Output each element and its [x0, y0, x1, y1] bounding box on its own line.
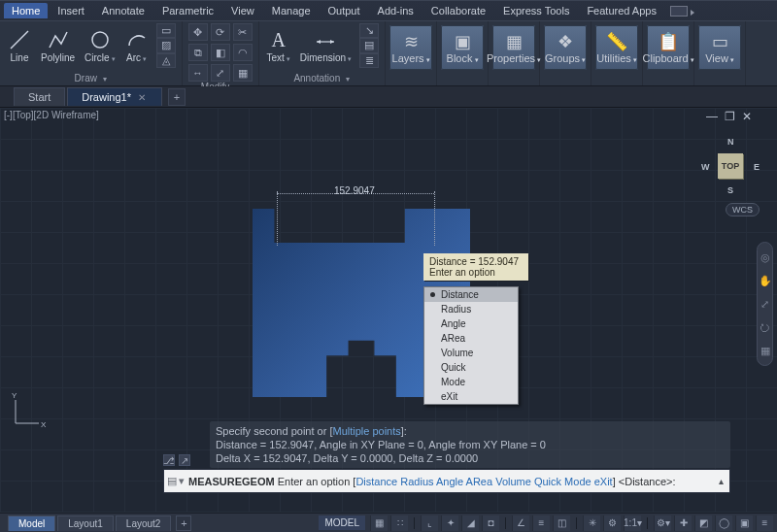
cmdline-dropdown-icon[interactable]: ▾: [179, 475, 185, 487]
viewcube-west[interactable]: W: [701, 162, 710, 172]
menu-item-exit[interactable]: eXit: [424, 389, 518, 404]
drawing-canvas[interactable]: [-][Top][2D Wireframe] — ❐ ✕ TOP N S E W…: [0, 108, 777, 513]
featured-apps-dropdown[interactable]: [670, 6, 688, 17]
new-tab-button[interactable]: +: [168, 88, 186, 106]
menu-item-angle[interactable]: Angle: [424, 316, 518, 331]
isolate-objects-button[interactable]: ◩: [694, 515, 712, 531]
text-tool[interactable]: A Text: [265, 27, 292, 64]
dimension-tool[interactable]: Dimension: [298, 27, 354, 64]
cmdline-expand-button[interactable]: ▴: [719, 476, 724, 486]
tab-featured-apps[interactable]: Featured Apps: [579, 3, 664, 18]
snap-mode-toggle[interactable]: ∷: [390, 515, 408, 531]
tab-express-tools[interactable]: Express Tools: [495, 3, 577, 18]
table-tool[interactable]: ▤: [359, 38, 379, 52]
otrack-toggle[interactable]: ∠: [512, 515, 529, 531]
arc-tool[interactable]: Arc: [123, 27, 151, 64]
properties-button[interactable]: ▦ Properties: [492, 25, 535, 70]
doctab-drawing1[interactable]: Drawing1* ✕: [67, 87, 162, 106]
close-icon[interactable]: ✕: [136, 92, 148, 103]
viewcube-east[interactable]: E: [754, 162, 760, 172]
ucs-icon[interactable]: Y X: [12, 394, 45, 427]
isodraft-toggle[interactable]: ◢: [461, 515, 479, 531]
copy-tool[interactable]: ⧉: [188, 44, 208, 61]
cmdline-handle-icon[interactable]: ▤: [167, 475, 177, 487]
block-button[interactable]: ▣ Block: [441, 25, 484, 70]
leader-tool[interactable]: ↘: [359, 23, 379, 38]
polyline-tool[interactable]: Polyline: [39, 27, 77, 64]
rect-tool[interactable]: ▭: [156, 23, 176, 38]
layout-tab-model[interactable]: Model: [8, 515, 55, 531]
scale-tool[interactable]: ⤢: [211, 64, 230, 82]
tab-output[interactable]: Output: [321, 3, 368, 18]
trim-tool[interactable]: ✂: [233, 23, 253, 41]
ortho-toggle[interactable]: ⌞: [421, 515, 438, 531]
tab-annotate[interactable]: Annotate: [94, 3, 152, 18]
menu-item-volume[interactable]: Volume: [424, 346, 518, 360]
menu-item-distance[interactable]: Distance: [424, 287, 518, 302]
menu-item-quick[interactable]: Quick: [424, 360, 518, 375]
nav-wheel-button[interactable]: ◎: [759, 249, 771, 266]
move-tool[interactable]: ✥: [188, 23, 208, 41]
view-button[interactable]: ▭ View: [698, 25, 741, 70]
line-tool[interactable]: Line: [6, 27, 33, 64]
close-viewport-button[interactable]: ✕: [740, 110, 754, 123]
viewcube[interactable]: TOP N S E W: [701, 137, 760, 195]
clean-screen-toggle[interactable]: ▣: [735, 515, 753, 531]
tab-home[interactable]: Home: [4, 3, 48, 18]
orbit-button[interactable]: ⭮: [759, 318, 771, 336]
polar-toggle[interactable]: ✦: [441, 515, 458, 531]
doctab-start[interactable]: Start: [14, 87, 65, 106]
restore-viewport-button[interactable]: ❐: [723, 110, 736, 123]
customization-button[interactable]: ≡: [756, 515, 773, 531]
hardware-accel-toggle[interactable]: ◯: [715, 515, 732, 531]
utilities-button[interactable]: 📏 Utilities: [595, 25, 638, 70]
status-model-toggle[interactable]: MODEL: [319, 515, 365, 530]
hatch-tool[interactable]: ▨: [156, 38, 176, 52]
annotation-monitor-toggle[interactable]: ✚: [674, 515, 692, 531]
viewcube-face[interactable]: TOP: [718, 153, 743, 179]
workspace-switch-button[interactable]: ⚙▾: [654, 515, 671, 531]
grid-display-toggle[interactable]: ▦: [370, 515, 388, 531]
tab-collaborate[interactable]: Collaborate: [423, 3, 493, 18]
menu-item-mode[interactable]: Mode: [424, 375, 518, 389]
tab-insert[interactable]: Insert: [50, 3, 92, 18]
zoom-extents-button[interactable]: ⤢: [759, 295, 771, 313]
cmdline-recent-button[interactable]: ↗: [179, 454, 190, 466]
fillet-tool[interactable]: ◠: [233, 44, 253, 61]
minimize-viewport-button[interactable]: —: [705, 110, 719, 123]
viewport-label[interactable]: [-][Top][2D Wireframe]: [4, 110, 99, 120]
tab-addins[interactable]: Add-ins: [370, 3, 422, 18]
region-tool[interactable]: ◬: [156, 53, 176, 68]
mirror-tool[interactable]: ◧: [211, 44, 230, 61]
clipboard-button[interactable]: 📋 Clipboard: [647, 25, 690, 70]
layout-tab-layout1[interactable]: Layout1: [57, 515, 114, 531]
new-layout-button[interactable]: +: [176, 515, 191, 531]
annotation-scale-button[interactable]: 1:1▾: [624, 515, 641, 531]
showmotion-button[interactable]: ▦: [759, 342, 771, 359]
wcs-indicator[interactable]: WCS: [726, 203, 760, 216]
command-line[interactable]: ▤ ▾ MEASUREGEOM Enter an option [Distanc…: [163, 469, 730, 493]
layers-button[interactable]: ≋ Layers: [389, 25, 432, 70]
layout-tab-layout2[interactable]: Layout2: [116, 515, 172, 531]
viewcube-south[interactable]: S: [727, 185, 733, 195]
panel-title-annotation[interactable]: Annotation: [293, 73, 350, 83]
panel-title-draw[interactable]: Draw: [75, 73, 107, 83]
rotate-tool[interactable]: ⟳: [211, 23, 230, 41]
array-tool[interactable]: ▦: [233, 64, 253, 82]
autoscale-toggle[interactable]: ⚙: [603, 515, 621, 531]
osnap-toggle[interactable]: ◘: [482, 515, 499, 531]
groups-button[interactable]: ❖ Groups: [544, 25, 587, 70]
lineweight-toggle[interactable]: ≡: [532, 515, 550, 531]
cmdline-customize-button[interactable]: ⎇: [163, 454, 175, 466]
mtext-tool[interactable]: ≣: [359, 53, 379, 68]
menu-item-area[interactable]: ARea: [424, 331, 518, 346]
circle-tool[interactable]: Circle: [83, 27, 118, 64]
viewcube-north[interactable]: N: [727, 137, 734, 147]
stretch-tool[interactable]: ↔: [188, 64, 208, 82]
menu-item-radius[interactable]: Radius: [424, 302, 518, 316]
pan-button[interactable]: ✋: [759, 272, 771, 289]
tab-view[interactable]: View: [223, 3, 262, 18]
tab-parametric[interactable]: Parametric: [154, 3, 221, 18]
annotation-visibility-toggle[interactable]: ✳: [583, 515, 600, 531]
tab-manage[interactable]: Manage: [264, 3, 319, 18]
